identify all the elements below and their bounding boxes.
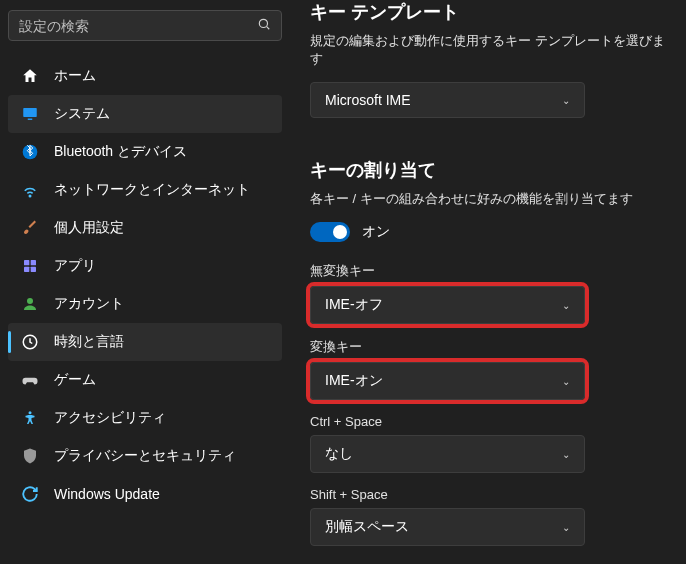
shiftspace-dropdown[interactable]: 別幅スペース ⌄: [310, 508, 585, 546]
search-icon: [257, 17, 271, 34]
toggle-label: オン: [362, 223, 390, 241]
ctrlspace-label: Ctrl + Space: [310, 414, 666, 429]
sidebar-item-privacy[interactable]: プライバシーとセキュリティ: [8, 437, 282, 475]
henkan-dropdown[interactable]: IME-オン ⌄: [310, 362, 585, 400]
svg-rect-9: [31, 267, 36, 272]
sidebar-item-label: アカウント: [54, 295, 124, 313]
svg-rect-8: [24, 267, 29, 272]
template-title: キー テンプレート: [310, 0, 666, 24]
sidebar-item-label: プライバシーとセキュリティ: [54, 447, 236, 465]
sidebar-item-apps[interactable]: アプリ: [8, 247, 282, 285]
svg-rect-6: [24, 260, 29, 265]
bluetooth-icon: [20, 142, 40, 162]
sidebar-item-label: 時刻と言語: [54, 333, 124, 351]
template-desc: 規定の編集および動作に使用するキー テンプレートを選びます: [310, 32, 666, 68]
sidebar-item-label: システム: [54, 105, 110, 123]
chevron-down-icon: ⌄: [562, 522, 570, 533]
svg-point-12: [29, 411, 32, 414]
sidebar-item-system[interactable]: システム: [8, 95, 282, 133]
sidebar-item-label: 個人用設定: [54, 219, 124, 237]
system-icon: [20, 104, 40, 124]
dropdown-value: なし: [325, 445, 353, 463]
sidebar-item-label: アクセシビリティ: [54, 409, 166, 427]
sidebar-item-accessibility[interactable]: アクセシビリティ: [8, 399, 282, 437]
sidebar-item-label: ホーム: [54, 67, 96, 85]
dropdown-value: Microsoft IME: [325, 92, 411, 108]
chevron-down-icon: ⌄: [562, 376, 570, 387]
muhenkan-label: 無変換キー: [310, 262, 666, 280]
shield-icon: [20, 446, 40, 466]
shiftspace-label: Shift + Space: [310, 487, 666, 502]
sidebar-item-accounts[interactable]: アカウント: [8, 285, 282, 323]
svg-rect-2: [23, 108, 37, 117]
chevron-down-icon: ⌄: [562, 449, 570, 460]
clock-globe-icon: [20, 332, 40, 352]
svg-line-1: [267, 27, 270, 30]
dropdown-value: 別幅スペース: [325, 518, 409, 536]
chevron-down-icon: ⌄: [562, 95, 570, 106]
sidebar-item-time-language[interactable]: 時刻と言語: [8, 323, 282, 361]
sidebar-item-bluetooth[interactable]: Bluetooth とデバイス: [8, 133, 282, 171]
svg-point-10: [27, 298, 33, 304]
sidebar-item-label: Bluetooth とデバイス: [54, 143, 187, 161]
sidebar-item-personalization[interactable]: 個人用設定: [8, 209, 282, 247]
sidebar-item-home[interactable]: ホーム: [8, 57, 282, 95]
muhenkan-dropdown[interactable]: IME-オフ ⌄: [310, 286, 585, 324]
person-icon: [20, 294, 40, 314]
brush-icon: [20, 218, 40, 238]
sidebar: ホーム システム Bluetooth とデバイス ネットワークとインターネット …: [0, 0, 290, 564]
template-dropdown[interactable]: Microsoft IME ⌄: [310, 82, 585, 118]
assign-title: キーの割り当て: [310, 158, 666, 182]
dropdown-value: IME-オフ: [325, 296, 383, 314]
sidebar-item-label: ネットワークとインターネット: [54, 181, 250, 199]
update-icon: [20, 484, 40, 504]
sidebar-item-label: Windows Update: [54, 486, 160, 502]
chevron-down-icon: ⌄: [562, 300, 570, 311]
wifi-icon: [20, 180, 40, 200]
gamepad-icon: [20, 370, 40, 390]
home-icon: [20, 66, 40, 86]
content-pane: キー テンプレート 規定の編集および動作に使用するキー テンプレートを選びます …: [290, 0, 686, 564]
apps-icon: [20, 256, 40, 276]
svg-rect-3: [28, 119, 33, 121]
dropdown-value: IME-オン: [325, 372, 383, 390]
accessibility-icon: [20, 408, 40, 428]
sidebar-item-network[interactable]: ネットワークとインターネット: [8, 171, 282, 209]
search-input[interactable]: [19, 18, 257, 34]
assign-toggle[interactable]: [310, 222, 350, 242]
sidebar-item-label: ゲーム: [54, 371, 96, 389]
henkan-label: 変換キー: [310, 338, 666, 356]
search-box[interactable]: [8, 10, 282, 41]
svg-point-0: [259, 19, 267, 27]
sidebar-item-gaming[interactable]: ゲーム: [8, 361, 282, 399]
svg-rect-7: [31, 260, 36, 265]
sidebar-item-update[interactable]: Windows Update: [8, 475, 282, 513]
svg-point-5: [29, 195, 31, 197]
sidebar-item-label: アプリ: [54, 257, 96, 275]
assign-desc: 各キー / キーの組み合わせに好みの機能を割り当てます: [310, 190, 666, 208]
assign-toggle-row: オン: [310, 222, 666, 242]
ctrlspace-dropdown[interactable]: なし ⌄: [310, 435, 585, 473]
